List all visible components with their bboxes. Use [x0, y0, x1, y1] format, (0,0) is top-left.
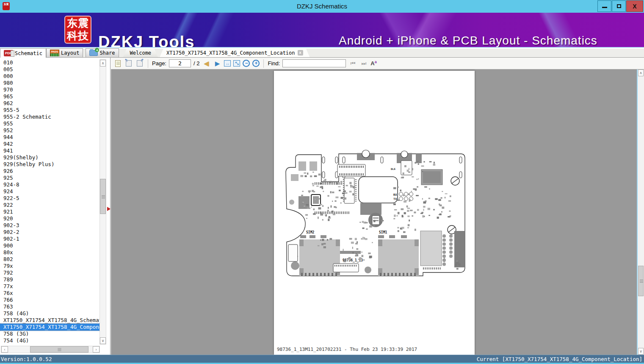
splitter-marker-icon[interactable]: [107, 207, 111, 211]
list-item[interactable]: 955-2 Schematic: [0, 114, 100, 120]
scroll-left-icon[interactable]: ‹: [1, 346, 8, 353]
tab-schematic[interactable]: PDF Schematic: [0, 48, 46, 58]
list-item[interactable]: 754 (4G): [0, 337, 100, 344]
status-bar: Version:1.0.0.52 Current [XT1750_X71754_…: [0, 355, 644, 364]
tab-document[interactable]: XT1750_X71754_XT1758_4G_Component_Locati…: [160, 48, 310, 57]
list-item[interactable]: 924: [0, 188, 100, 195]
list-item[interactable]: 902-1: [0, 236, 100, 242]
list-item[interactable]: 970: [0, 86, 100, 93]
model-list: 010005000980970965962955-5955-2 Schemati…: [0, 59, 100, 345]
previous-page-button[interactable]: ◀: [202, 59, 210, 68]
rotate-left-icon: [126, 60, 132, 67]
list-item[interactable]: 76x: [0, 290, 100, 297]
list-item[interactable]: XT1750_X71754_XT1758_4G_Component_Loca: [0, 324, 100, 331]
list-item[interactable]: 941: [0, 147, 100, 154]
tab-close-icon[interactable]: x: [298, 50, 303, 56]
pdf-vertical-scrollbar[interactable]: ∧ ∨: [637, 69, 644, 355]
list-item[interactable]: 802: [0, 256, 100, 263]
find-input[interactable]: [282, 59, 346, 67]
list-item[interactable]: 758 (3G): [0, 331, 100, 337]
grip-icon: [640, 280, 643, 283]
tab-welcome-label: Welcome: [130, 50, 152, 56]
list-item[interactable]: 980: [0, 80, 100, 86]
list-item[interactable]: 792: [0, 270, 100, 276]
list-item[interactable]: 80x: [0, 249, 100, 256]
scroll-up-icon[interactable]: ∧: [638, 69, 644, 76]
list-item[interactable]: 955: [0, 120, 100, 127]
scroll-up-icon[interactable]: ∧: [100, 60, 106, 67]
list-item[interactable]: 944: [0, 134, 100, 141]
document-panel: Page: / 2 ◀ ▶ ↔ ⤡ − + Find: ⏮ ⏭ Aa: [111, 58, 644, 355]
tab-welcome[interactable]: Welcome: [123, 48, 158, 57]
sidebar-horizontal-scrollbar[interactable]: ‹ ›: [1, 346, 100, 353]
list-item[interactable]: 79x: [0, 263, 100, 270]
list-item[interactable]: 955-5: [0, 107, 100, 114]
sidebar-vscroll-thumb[interactable]: [100, 179, 106, 214]
minimize-button[interactable]: [597, 0, 611, 12]
properties-button[interactable]: [113, 59, 122, 68]
tab-share[interactable]: Share: [86, 48, 119, 57]
list-item[interactable]: 952: [0, 127, 100, 134]
pcb-label-dl: DL6: [391, 167, 395, 170]
list-item[interactable]: 925: [0, 175, 100, 181]
scroll-down-icon[interactable]: ∨: [638, 348, 644, 355]
version-text: Version:1.0.0.52: [1, 356, 52, 362]
list-item[interactable]: 77x: [0, 283, 100, 290]
list-item[interactable]: 900: [0, 242, 100, 249]
list-item[interactable]: 965: [0, 93, 100, 100]
list-item[interactable]: 758 (4G): [0, 310, 100, 317]
pdf-viewport[interactable]: SIM2 SIM1 RX TX DL6 98736_1_13 98736_1_1…: [111, 69, 637, 355]
find-label: Find:: [268, 60, 280, 67]
pdf-caption: 98736_1_13M11_201702231 - Thu Feb 23 19:…: [277, 347, 417, 352]
match-case-button[interactable]: Aa: [370, 60, 376, 67]
brand-logo: 东震 科技: [64, 16, 91, 44]
list-item[interactable]: 924-8: [0, 181, 100, 188]
window-title: DZKJ Schematics: [0, 3, 644, 10]
pcb-label-tx: TX: [393, 197, 397, 201]
rotate-right-button[interactable]: [135, 59, 144, 68]
list-item[interactable]: 929(Shelby): [0, 154, 100, 161]
maximize-button[interactable]: [612, 0, 626, 12]
scroll-down-icon[interactable]: ∨: [100, 337, 106, 344]
maximize-icon: [617, 4, 621, 8]
zoom-in-button[interactable]: +: [252, 60, 260, 67]
pdf-icon: PDF: [4, 50, 13, 56]
list-item[interactable]: 010: [0, 59, 100, 66]
list-item[interactable]: 942: [0, 141, 100, 147]
list-item[interactable]: 926: [0, 168, 100, 175]
pcb-diagram: SIM2 SIM1 RX TX DL6 98736_1_13: [274, 71, 475, 355]
pcb-label-rx: RX: [393, 193, 397, 197]
list-item[interactable]: 920: [0, 215, 100, 222]
list-item[interactable]: 902-2: [0, 229, 100, 236]
list-item[interactable]: 929(Shelby Plus): [0, 161, 100, 168]
list-item[interactable]: 921: [0, 208, 100, 215]
close-button[interactable]: X: [626, 0, 643, 12]
sidebar-hscroll-thumb[interactable]: [30, 346, 88, 353]
list-item[interactable]: XT1750_X71754_XT1758_4G_Schematics: [0, 317, 100, 324]
page-input[interactable]: [169, 59, 191, 67]
zoom-out-button[interactable]: −: [243, 60, 250, 67]
sidebar-vertical-scrollbar[interactable]: ∧ ∨: [100, 59, 106, 345]
list-item[interactable]: 000: [0, 73, 100, 80]
title-bar: 东震 DZKJ Schematics X: [0, 0, 644, 13]
list-item[interactable]: 962: [0, 100, 100, 107]
rotate-left-button[interactable]: [124, 59, 133, 68]
tab-layout[interactable]: PADS Layout: [46, 48, 83, 57]
list-item[interactable]: 766: [0, 297, 100, 303]
find-next-button[interactable]: ⏭: [359, 59, 368, 68]
fit-page-button[interactable]: ⤡: [233, 60, 240, 67]
list-item[interactable]: 005: [0, 66, 100, 73]
page-icon: [115, 60, 121, 67]
list-item[interactable]: 789: [0, 276, 100, 283]
list-item[interactable]: 902-3: [0, 222, 100, 229]
list-item[interactable]: 763: [0, 303, 100, 310]
pdf-vscroll-thumb[interactable]: [638, 266, 644, 296]
list-item[interactable]: 922: [0, 202, 100, 208]
tab-layout-label: Layout: [61, 50, 79, 56]
fit-width-button[interactable]: ↔: [224, 60, 231, 67]
next-page-button[interactable]: ▶: [213, 59, 221, 68]
find-previous-button[interactable]: ⏮: [348, 59, 357, 68]
scroll-right-icon[interactable]: ›: [93, 346, 100, 353]
main-area: 010005000980970965962955-5955-2 Schemati…: [0, 58, 644, 355]
list-item[interactable]: 922-5: [0, 195, 100, 202]
